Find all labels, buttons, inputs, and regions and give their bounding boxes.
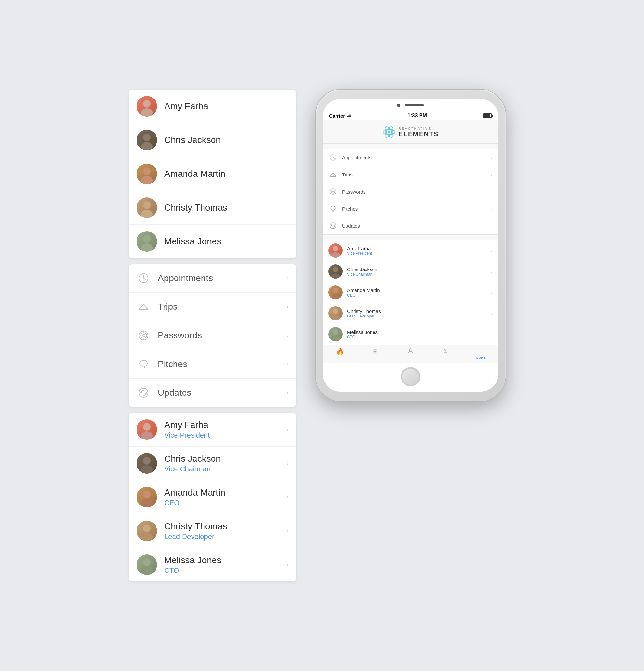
- phone-menu-pitches[interactable]: Pitches ›: [323, 200, 498, 217]
- amanda-detail-role: CEO: [164, 499, 286, 507]
- appointments-label: Appointments: [158, 273, 286, 283]
- phone-menu-updates[interactable]: Updates ›: [323, 217, 498, 235]
- tab-more[interactable]: MORE: [463, 348, 498, 359]
- left-panels: Amy Farha Chris Jackson Amanda Martin Ch…: [129, 89, 296, 582]
- svg-point-28: [141, 567, 153, 575]
- phone-appointments-label: Appointments: [342, 155, 491, 160]
- svg-point-6: [141, 176, 153, 184]
- svg-point-50: [331, 336, 340, 341]
- phone-updates-icon: [328, 221, 338, 230]
- amanda-detail-name: Amanda Martin: [164, 488, 286, 498]
- phone-avatar-melissa: [328, 327, 343, 341]
- phone-list-amanda[interactable]: Amanda Martin CEO ›: [323, 282, 498, 303]
- tab-fire[interactable]: 🔥: [323, 348, 358, 359]
- tab-contacts[interactable]: [393, 348, 428, 359]
- phone-passwords-label: Passwords: [342, 189, 491, 194]
- avatar-chris-simple: [137, 130, 157, 150]
- menu-updates[interactable]: Updates ›: [129, 379, 296, 407]
- phone-avatar-amanda: [328, 285, 343, 300]
- passwords-chevron: ›: [286, 331, 289, 340]
- avatar-christy-simple: [137, 198, 157, 218]
- phone-trips-label: Trips: [342, 172, 491, 177]
- device-icon: ⊞: [373, 348, 378, 355]
- front-camera: [397, 104, 400, 107]
- phone-amanda-name: Amanda Martin: [347, 288, 380, 293]
- svg-point-5: [143, 167, 151, 175]
- status-time: 1:33 PM: [407, 113, 427, 118]
- phone-passwords-icon: [328, 187, 338, 196]
- phone-melissa-text: Melissa Jones CTO: [347, 329, 378, 339]
- menu-pitches[interactable]: Pitches ›: [129, 350, 296, 379]
- avatar-amy-simple: [137, 96, 157, 116]
- melissa-detail-chevron: ›: [286, 560, 289, 569]
- svg-point-49: [333, 329, 338, 335]
- svg-point-20: [141, 431, 153, 440]
- phone-menu-appointments[interactable]: Appointments ›: [323, 149, 498, 166]
- phone-updates-label: Updates: [342, 223, 491, 229]
- menu-trips[interactable]: Trips ›: [129, 293, 296, 321]
- list-item-christy-simple[interactable]: Christy Thomas: [129, 191, 296, 225]
- status-battery: [483, 113, 492, 118]
- phone-melissa-role: CTO: [347, 335, 378, 339]
- list-item-chris-detail[interactable]: Chris Jackson Vice Chairman ›: [129, 446, 296, 480]
- tab-device[interactable]: ⊞: [358, 348, 393, 359]
- logo-bottom: ELEMENTS: [399, 130, 439, 138]
- name-melissa-simple: Melissa Jones: [164, 236, 221, 246]
- menu-appointments[interactable]: Appointments ›: [129, 264, 296, 293]
- phone-section-divider-1: [323, 143, 498, 149]
- status-carrier: Carrier: [329, 113, 351, 118]
- passwords-label: Passwords: [158, 330, 286, 341]
- amanda-detail-chevron: ›: [286, 493, 289, 501]
- pitches-chevron: ›: [286, 360, 289, 368]
- list-item-chris-simple[interactable]: Chris Jackson: [129, 123, 296, 157]
- trips-icon: [137, 300, 151, 314]
- list-item-christy-detail[interactable]: Christy Thomas Lead Developer ›: [129, 514, 296, 548]
- tab-dollar[interactable]: $: [428, 348, 463, 359]
- list-item-amanda-detail[interactable]: Amanda Martin CEO ›: [129, 480, 296, 514]
- phone-list-amy[interactable]: Amy Farha Vice President ›: [323, 240, 498, 261]
- menu-passwords[interactable]: Passwords ›: [129, 321, 296, 350]
- list-item-amy-simple[interactable]: Amy Farha: [129, 89, 296, 123]
- svg-point-23: [143, 491, 151, 498]
- phone-christy-text: Christy Thomas Lead Developer: [347, 308, 381, 318]
- logo-text: REACTNATIVE ELEMENTS: [399, 127, 439, 138]
- name-amanda-simple: Amanda Martin: [164, 169, 225, 179]
- phone-christy-name: Christy Thomas: [347, 308, 381, 314]
- phone-menu-passwords[interactable]: Passwords ›: [323, 183, 498, 200]
- appointments-icon: [137, 271, 151, 285]
- phone-list-melissa[interactable]: Melissa Jones CTO ›: [323, 324, 498, 345]
- phone-top-bar: [323, 99, 498, 110]
- svg-point-47: [333, 308, 338, 314]
- phone-body: Carrier 1:33 PM: [316, 89, 506, 401]
- phone-menu-trips[interactable]: Trips ›: [323, 166, 498, 183]
- more-icon: [478, 348, 484, 355]
- svg-point-37: [332, 191, 333, 192]
- svg-point-7: [143, 201, 151, 209]
- amy-detail-role: Vice President: [164, 431, 286, 440]
- svg-point-43: [333, 267, 338, 273]
- svg-point-46: [331, 294, 340, 300]
- phone-list-chris[interactable]: Chris Jackson Vice Chairman ›: [323, 261, 498, 282]
- detailed-contacts-panel: Amy Farha Vice President › Chris Jackson…: [129, 413, 296, 582]
- list-item-melissa-detail[interactable]: Melissa Jones CTO ›: [129, 548, 296, 582]
- svg-point-26: [141, 533, 153, 541]
- phone-christy-role: Lead Developer: [347, 314, 381, 318]
- list-item-amanda-simple[interactable]: Amanda Martin: [129, 157, 296, 191]
- trips-chevron: ›: [286, 303, 289, 311]
- appointments-chevron: ›: [286, 274, 289, 282]
- christy-detail-chevron: ›: [286, 527, 289, 535]
- phone-amy-text: Amy Farha Vice President: [347, 246, 372, 256]
- christy-detail-name: Christy Thomas: [164, 521, 286, 532]
- pitches-icon: [137, 357, 151, 371]
- home-button-area: [323, 363, 498, 392]
- home-button[interactable]: [401, 367, 420, 387]
- list-item-amy-detail[interactable]: Amy Farha Vice President ›: [129, 413, 296, 446]
- svg-point-27: [143, 558, 151, 566]
- melissa-text-group: Melissa Jones CTO: [164, 555, 286, 575]
- phone-chris-role: Vice Chairman: [347, 272, 377, 277]
- contacts-icon: [407, 348, 414, 356]
- svg-point-36: [331, 190, 334, 193]
- phone-avatar-amy: [328, 243, 343, 257]
- list-item-melissa-simple[interactable]: Melissa Jones: [129, 225, 296, 258]
- phone-list-christy[interactable]: Christy Thomas Lead Developer ›: [323, 303, 498, 324]
